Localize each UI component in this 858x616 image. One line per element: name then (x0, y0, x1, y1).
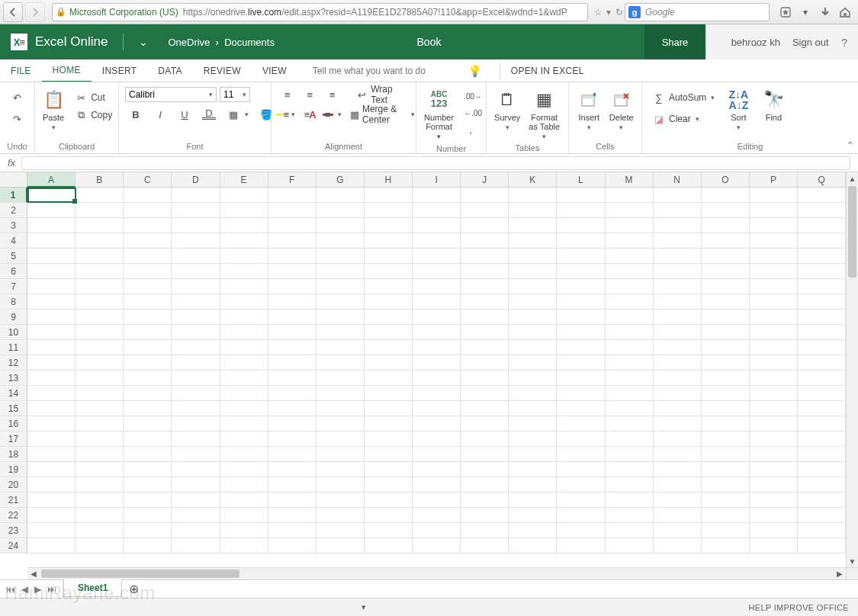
survey-button[interactable]: 🗒 Survey▾ (493, 87, 522, 133)
cell-J17[interactable] (461, 432, 509, 447)
cell-A17[interactable] (27, 432, 76, 447)
italic-button[interactable]: I (149, 107, 171, 122)
cell-N11[interactable] (654, 340, 702, 355)
cell-B2[interactable] (76, 203, 124, 218)
cell-L11[interactable] (557, 340, 605, 355)
cell-K17[interactable] (509, 432, 557, 447)
cell-K14[interactable] (509, 386, 557, 401)
row-header-3[interactable]: 3 (0, 218, 27, 233)
cell-L9[interactable] (557, 310, 605, 325)
cell-O14[interactable] (702, 386, 750, 401)
cell-A11[interactable] (27, 340, 76, 355)
column-header-H[interactable]: H (365, 172, 413, 188)
cell-E21[interactable] (220, 492, 268, 508)
cell-P12[interactable] (750, 355, 798, 371)
cell-K15[interactable] (509, 401, 557, 416)
cell-M16[interactable] (606, 416, 654, 432)
row-header-8[interactable]: 8 (0, 294, 27, 310)
cell-H5[interactable] (365, 249, 413, 264)
cell-P23[interactable] (750, 523, 798, 538)
cell-P17[interactable] (750, 432, 798, 447)
cell-N1[interactable] (654, 188, 702, 203)
cell-B16[interactable] (76, 416, 124, 432)
cell-O18[interactable] (702, 447, 750, 462)
cell-L8[interactable] (557, 294, 605, 310)
address-bar[interactable]: 🔒 Microsoft Corporation (US) https://one… (52, 3, 588, 21)
back-button[interactable] (3, 2, 23, 22)
cell-H6[interactable] (365, 264, 413, 279)
cell-N15[interactable] (654, 401, 702, 416)
cell-K21[interactable] (509, 492, 557, 508)
row-header-7[interactable]: 7 (0, 279, 27, 294)
cell-D24[interactable] (172, 538, 220, 553)
row-header-1[interactable]: 1 (0, 188, 27, 203)
cell-N16[interactable] (654, 416, 702, 432)
cell-H8[interactable] (365, 294, 413, 310)
autosum-button[interactable]: ∑AutoSum (648, 90, 718, 105)
cell-M5[interactable] (606, 249, 654, 264)
cell-Q21[interactable] (798, 492, 846, 508)
cell-E17[interactable] (220, 432, 268, 447)
cell-K3[interactable] (509, 218, 557, 233)
cell-B12[interactable] (76, 355, 124, 371)
breadcrumb-documents[interactable]: Documents (224, 37, 275, 48)
cell-L12[interactable] (557, 355, 605, 371)
cell-O19[interactable] (702, 462, 750, 477)
clear-button[interactable]: ◪Clear (648, 111, 718, 127)
cell-K11[interactable] (509, 340, 557, 355)
cell-D2[interactable] (172, 203, 220, 218)
cell-A8[interactable] (27, 294, 76, 310)
cell-F8[interactable] (268, 294, 317, 310)
cell-I16[interactable] (413, 416, 461, 432)
column-header-J[interactable]: J (461, 172, 509, 188)
cell-D8[interactable] (172, 294, 220, 310)
cell-K4[interactable] (509, 233, 557, 249)
cell-H24[interactable] (365, 538, 413, 553)
cell-K20[interactable] (509, 477, 557, 492)
cell-F6[interactable] (268, 264, 317, 279)
cell-F24[interactable] (268, 538, 317, 553)
cell-E18[interactable] (220, 447, 268, 462)
cell-E4[interactable] (220, 233, 268, 249)
cell-O10[interactable] (702, 325, 750, 340)
bookmark-dropdown-icon[interactable]: ▾ (797, 4, 814, 21)
cell-Q19[interactable] (798, 462, 846, 477)
cell-I1[interactable] (413, 188, 461, 203)
cell-D7[interactable] (172, 279, 220, 294)
cell-Q16[interactable] (798, 416, 846, 432)
vertical-scrollbar[interactable]: ▲ ▼ (846, 172, 858, 567)
cell-H4[interactable] (365, 233, 413, 249)
cell-L17[interactable] (557, 432, 605, 447)
scroll-down-button[interactable]: ▼ (847, 555, 858, 567)
cell-P10[interactable] (750, 325, 798, 340)
cell-N13[interactable] (654, 371, 702, 386)
cell-M20[interactable] (606, 477, 654, 492)
align-bottom-button[interactable]: ≡ (323, 87, 342, 102)
spreadsheet-grid[interactable]: ABCDEFGHIJKLMNOPQ 1234567891011121314151… (0, 172, 858, 579)
cell-A5[interactable] (27, 249, 76, 264)
cell-N3[interactable] (654, 218, 702, 233)
cell-E2[interactable] (220, 203, 268, 218)
column-header-D[interactable]: D (172, 172, 220, 188)
borders-button[interactable]: ▦ (223, 107, 252, 122)
cell-N9[interactable] (654, 310, 702, 325)
cell-D22[interactable] (172, 508, 220, 523)
cell-D17[interactable] (172, 432, 220, 447)
cell-I7[interactable] (413, 279, 461, 294)
cell-D11[interactable] (172, 340, 220, 355)
column-header-Q[interactable]: Q (798, 172, 846, 188)
cell-G17[interactable] (317, 432, 365, 447)
cell-C23[interactable] (124, 523, 172, 538)
cell-A10[interactable] (27, 325, 76, 340)
cell-L19[interactable] (557, 462, 605, 477)
cell-P7[interactable] (750, 279, 798, 294)
cell-E6[interactable] (220, 264, 268, 279)
cell-J16[interactable] (461, 416, 509, 432)
cell-C5[interactable] (124, 249, 172, 264)
breadcrumb-onedrive[interactable]: OneDrive (168, 37, 210, 48)
cell-I11[interactable] (413, 340, 461, 355)
cell-E5[interactable] (220, 249, 268, 264)
cell-D19[interactable] (172, 462, 220, 477)
cell-H22[interactable] (365, 508, 413, 523)
cell-K23[interactable] (509, 523, 557, 538)
